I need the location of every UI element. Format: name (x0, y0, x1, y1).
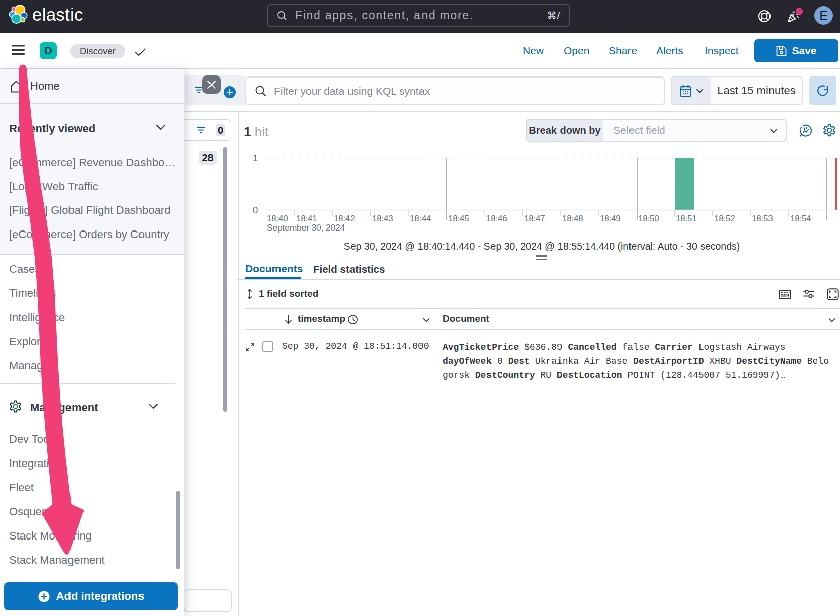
svg-text:18:53: 18:53 (752, 214, 773, 223)
svg-text:0: 0 (253, 205, 258, 215)
svg-text:18:52: 18:52 (714, 214, 735, 223)
svg-text:18:48: 18:48 (562, 214, 583, 223)
svg-text:18:46: 18:46 (486, 214, 507, 223)
svg-text:18:45: 18:45 (448, 214, 469, 223)
svg-text:18:50: 18:50 (638, 214, 659, 223)
svg-text:18:47: 18:47 (524, 214, 545, 223)
svg-text:18:44: 18:44 (410, 214, 431, 223)
svg-text:18:49: 18:49 (600, 214, 621, 223)
svg-text:18:43: 18:43 (372, 214, 393, 223)
svg-text:18:40: 18:40 (267, 214, 288, 223)
svg-text:18:42: 18:42 (334, 214, 355, 223)
svg-text:18:51: 18:51 (676, 214, 697, 223)
svg-text:18:41: 18:41 (296, 214, 317, 223)
svg-text:September 30, 2024: September 30, 2024 (267, 223, 345, 233)
svg-text:18:54: 18:54 (790, 214, 811, 223)
svg-text:1: 1 (253, 152, 258, 163)
